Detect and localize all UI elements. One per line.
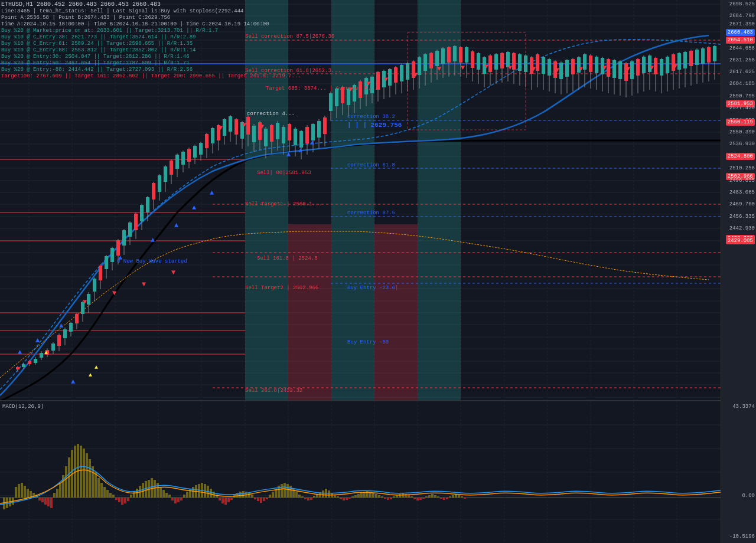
svg-rect-517 xyxy=(381,496,383,498)
svg-text:▲: ▲ xyxy=(286,151,291,159)
svg-text:▼: ▼ xyxy=(579,65,584,73)
svg-rect-251 xyxy=(536,54,539,71)
svg-text:▲: ▲ xyxy=(71,378,76,386)
info-line-4: Buy %20 @ Market:price or at: 2633.601 |… xyxy=(1,28,301,34)
svg-rect-55 xyxy=(288,224,331,401)
svg-rect-121 xyxy=(152,183,155,199)
svg-rect-303 xyxy=(689,51,693,66)
svg-rect-163 xyxy=(276,123,279,139)
svg-text:▲: ▲ xyxy=(59,322,64,330)
svg-rect-428 xyxy=(118,498,120,502)
price-level-current: 2660.483 xyxy=(726,29,755,36)
svg-rect-139 xyxy=(205,134,208,148)
svg-rect-468 xyxy=(236,493,239,498)
svg-rect-307 xyxy=(701,48,705,64)
svg-rect-396 xyxy=(24,486,26,498)
svg-rect-395 xyxy=(21,483,23,498)
svg-rect-541 xyxy=(452,495,454,498)
svg-rect-81 xyxy=(34,359,37,363)
svg-text:| | | 2629.756: | | | 2629.756 xyxy=(347,122,402,129)
svg-text:▲: ▲ xyxy=(18,348,22,356)
svg-rect-453 xyxy=(192,487,194,498)
svg-rect-255 xyxy=(548,59,551,76)
svg-rect-203 xyxy=(394,67,397,83)
svg-rect-301 xyxy=(683,52,687,68)
svg-rect-77 xyxy=(22,364,25,367)
svg-rect-441 xyxy=(157,483,159,498)
svg-rect-424 xyxy=(106,490,109,498)
svg-rect-527 xyxy=(410,496,413,498)
svg-rect-443 xyxy=(162,490,165,498)
price-level-17: 2524.800 xyxy=(726,153,755,160)
svg-rect-213 xyxy=(423,54,427,71)
svg-rect-488 xyxy=(295,492,298,498)
svg-rect-538 xyxy=(443,498,445,500)
svg-rect-311 xyxy=(713,46,716,61)
svg-rect-437 xyxy=(145,481,147,498)
svg-rect-522 xyxy=(396,495,398,498)
svg-rect-418 xyxy=(89,459,91,498)
info-line-8: Buy %20 @ Entry:30: 2504.047 || Target:2… xyxy=(1,54,301,60)
svg-rect-479 xyxy=(269,495,271,498)
svg-rect-293 xyxy=(660,59,663,76)
svg-text:▲: ▲ xyxy=(89,372,92,378)
svg-text:▼: ▼ xyxy=(437,65,442,73)
svg-rect-201 xyxy=(388,69,392,86)
svg-rect-283 xyxy=(630,61,634,79)
svg-rect-505 xyxy=(346,498,348,500)
svg-rect-205 xyxy=(400,65,403,81)
svg-rect-427 xyxy=(115,498,118,500)
svg-rect-529 xyxy=(416,498,419,501)
svg-text:▼: ▼ xyxy=(83,298,87,306)
svg-rect-408 xyxy=(59,483,61,498)
svg-rect-263 xyxy=(571,59,575,74)
svg-rect-277 xyxy=(612,60,616,78)
svg-rect-466 xyxy=(230,498,233,500)
svg-rect-444 xyxy=(165,493,168,498)
svg-text:correction 38.2: correction 38.2 xyxy=(347,114,395,120)
svg-rect-502 xyxy=(337,496,339,498)
svg-rect-125 xyxy=(164,166,167,182)
price-level-24: 2442.930 xyxy=(729,225,755,231)
svg-rect-397 xyxy=(27,489,29,498)
macd-value-high: 43.3374 xyxy=(732,404,755,410)
svg-rect-215 xyxy=(429,53,433,68)
info-line-6: Buy %10 @ C_Entry:61: 2589.24 || Target:… xyxy=(1,41,301,47)
svg-text:▼: ▼ xyxy=(673,62,678,70)
svg-rect-526 xyxy=(408,495,410,498)
chart-title-area: ETHUSD,H1 2680.452 2660.483 2660.453 266… xyxy=(1,1,301,79)
svg-rect-469 xyxy=(239,492,242,498)
svg-rect-521 xyxy=(393,496,395,498)
svg-rect-451 xyxy=(186,492,188,498)
svg-rect-305 xyxy=(695,50,699,65)
svg-text:▲: ▲ xyxy=(192,204,197,212)
svg-rect-544 xyxy=(461,496,463,498)
svg-rect-514 xyxy=(372,493,374,498)
macd-chart: 43.3374 0.00 -10.5196 MACD(12,26,9) xyxy=(0,401,721,543)
info-line-7: Buy %10 @ C_Entry:88: 2553.812 || Target… xyxy=(1,47,301,53)
svg-rect-531 xyxy=(422,498,425,499)
info-line-1: Line:3465 | tema_ht_status: Sell | Last … xyxy=(1,8,301,14)
svg-rect-405 xyxy=(50,498,53,508)
svg-rect-402 xyxy=(41,498,44,502)
svg-rect-459 xyxy=(210,489,212,498)
svg-text:Sell 261.8|2432.32: Sell 261.8|2432.32 xyxy=(245,388,302,394)
svg-rect-406 xyxy=(53,493,56,498)
svg-rect-229 xyxy=(471,51,474,68)
svg-rect-445 xyxy=(168,495,171,498)
svg-rect-410 xyxy=(65,466,67,498)
svg-rect-275 xyxy=(607,59,610,77)
svg-text:▲: ▲ xyxy=(44,349,48,356)
info-line-5: Buy %10 @ C_Entry:38: 2621.773 || Target… xyxy=(1,34,301,40)
svg-rect-485 xyxy=(286,484,289,498)
svg-rect-452 xyxy=(189,489,191,498)
svg-rect-493 xyxy=(310,498,312,500)
svg-rect-430 xyxy=(124,498,126,503)
svg-rect-532 xyxy=(425,496,428,498)
svg-rect-520 xyxy=(390,498,392,499)
svg-rect-135 xyxy=(193,146,197,158)
svg-rect-464 xyxy=(224,498,227,505)
svg-text:▼: ▼ xyxy=(242,121,247,129)
svg-text:correction 4...: correction 4... xyxy=(247,111,295,117)
svg-rect-440 xyxy=(154,480,156,498)
